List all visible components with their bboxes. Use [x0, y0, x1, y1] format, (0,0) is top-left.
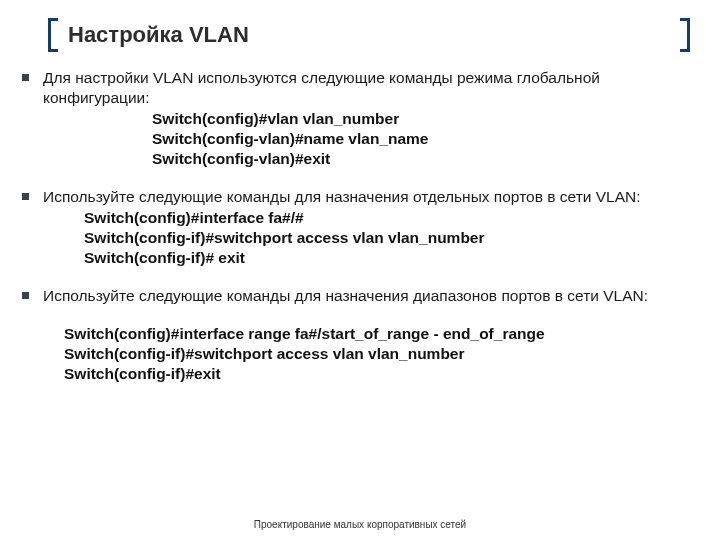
bullet-item: Используйте следующие команды для назнач… — [22, 286, 690, 306]
command-line: Switch(config)#interface range fa#/start… — [64, 324, 690, 344]
square-bullet-icon — [22, 292, 29, 299]
bracket-left-icon — [48, 18, 58, 52]
command-line: Switch(config-if)#exit — [64, 364, 690, 384]
slide-title: Настройка VLAN — [68, 22, 249, 48]
lead-text: Используйте следующие команды для назнач… — [43, 187, 690, 207]
bullet-item: Для настройки VLAN используются следующи… — [22, 68, 690, 108]
square-bullet-icon — [22, 193, 29, 200]
command-line: Switch(config)#vlan vlan_number — [152, 109, 690, 129]
command-line: Switch(config)#interface fa#/# — [84, 208, 690, 228]
section-3: Используйте следующие команды для назнач… — [22, 286, 690, 384]
command-line: Switch(config-if)# exit — [84, 248, 690, 268]
square-bullet-icon — [22, 74, 29, 81]
lead-text: Используйте следующие команды для назнач… — [43, 286, 690, 306]
slide-content: Для настройки VLAN используются следующи… — [22, 68, 690, 403]
bracket-right-icon — [680, 18, 690, 52]
command-block: Switch(config)#interface range fa#/start… — [64, 324, 690, 384]
lead-text: Для настройки VLAN используются следующи… — [43, 68, 690, 108]
bullet-item: Используйте следующие команды для назнач… — [22, 187, 690, 207]
command-line: Switch(config-vlan)#exit — [152, 149, 690, 169]
slide-title-wrap: Настройка VLAN — [48, 18, 669, 52]
command-block: Switch(config)#interface fa#/# Switch(co… — [84, 208, 690, 268]
section-2: Используйте следующие команды для назнач… — [22, 187, 690, 268]
command-line: Switch(config-if)#switchport access vlan… — [84, 228, 690, 248]
section-1: Для настройки VLAN используются следующи… — [22, 68, 690, 169]
command-line: Switch(config-if)#switchport access vlan… — [64, 344, 690, 364]
command-block: Switch(config)#vlan vlan_number Switch(c… — [152, 109, 690, 169]
command-line: Switch(config-vlan)#name vlan_name — [152, 129, 690, 149]
slide-footer: Проектирование малых корпоративных сетей — [0, 519, 720, 530]
